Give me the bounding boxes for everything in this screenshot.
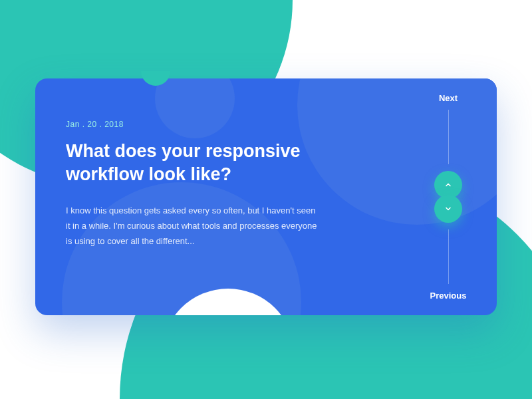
post-nav: Next Previous xyxy=(425,93,471,301)
nav-divider xyxy=(448,229,449,284)
chevron-up-icon xyxy=(444,181,452,189)
next-link[interactable]: Next xyxy=(439,93,458,103)
nav-down-button[interactable] xyxy=(434,195,462,223)
read-more-link[interactable]: Read more xyxy=(142,299,315,307)
nav-divider xyxy=(448,110,449,164)
post-title: What does your responsive workflow look … xyxy=(66,140,345,186)
post-content: Jan . 20 . 2018 What does your responsiv… xyxy=(66,120,345,249)
nav-buttons xyxy=(434,171,462,223)
post-card: Jan . 20 . 2018 What does your responsiv… xyxy=(35,78,497,315)
read-more-wrap: Read more xyxy=(142,275,315,315)
post-date: Jan . 20 . 2018 xyxy=(66,120,345,129)
previous-link[interactable]: Previous xyxy=(430,291,467,301)
chevron-down-icon xyxy=(444,205,452,213)
post-excerpt: I know this question gets asked every so… xyxy=(66,203,319,249)
